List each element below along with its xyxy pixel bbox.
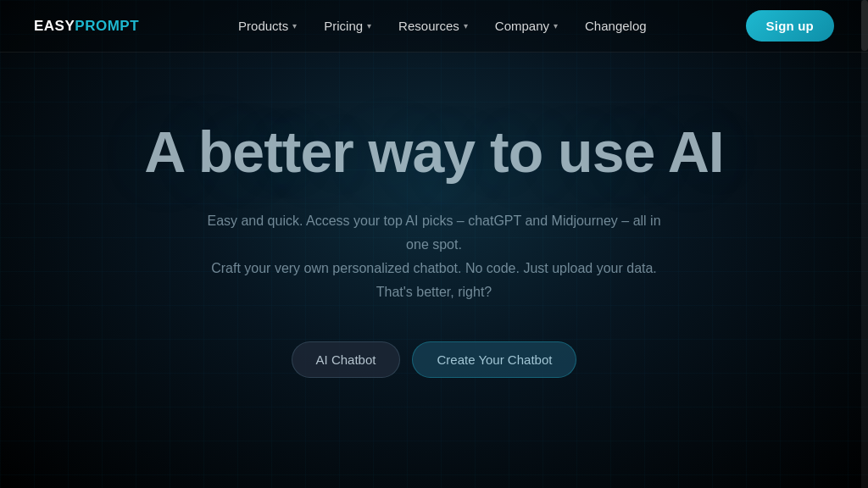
logo-easy: EASY [34, 18, 75, 35]
nav-item-products[interactable]: Products ▾ [226, 12, 309, 40]
nav-item-pricing[interactable]: Pricing ▾ [312, 12, 383, 40]
signup-button[interactable]: Sign up [746, 10, 834, 42]
logo[interactable]: EASYPROMPT [34, 18, 139, 35]
logo-prompt: PROMPT [75, 18, 139, 35]
hero-subtitle: Easy and quick. Access your top AI picks… [205, 209, 663, 304]
navbar: EASYPROMPT Products ▾ Pricing ▾ Resource… [0, 0, 868, 53]
chevron-down-icon: ▾ [464, 21, 468, 30]
nav-links: Products ▾ Pricing ▾ Resources ▾ Company [226, 12, 659, 40]
chevron-down-icon: ▾ [554, 21, 558, 30]
nav-item-resources[interactable]: Resources ▾ [387, 12, 480, 40]
nav-right: Sign up [746, 10, 834, 42]
ai-chatbot-button[interactable]: AI Chatbot [292, 341, 401, 378]
chevron-down-icon: ▾ [367, 21, 371, 30]
nav-link-changelog[interactable]: Changelog [573, 12, 659, 40]
hero-title: A better way to use AI [144, 120, 723, 184]
nav-link-resources[interactable]: Resources ▾ [387, 12, 480, 40]
nav-item-changelog[interactable]: Changelog [573, 12, 659, 40]
hero-section: A better way to use AI Easy and quick. A… [0, 53, 868, 378]
nav-link-company[interactable]: Company ▾ [483, 12, 570, 40]
create-chatbot-button[interactable]: Create Your Chatbot [412, 341, 576, 378]
page-wrapper: EASYPROMPT Products ▾ Pricing ▾ Resource… [0, 0, 868, 488]
nav-link-pricing[interactable]: Pricing ▾ [312, 12, 383, 40]
chevron-down-icon: ▾ [292, 21, 297, 30]
nav-item-company[interactable]: Company ▾ [483, 12, 570, 40]
hero-buttons: AI Chatbot Create Your Chatbot [292, 341, 577, 378]
nav-link-products[interactable]: Products ▾ [226, 12, 309, 40]
